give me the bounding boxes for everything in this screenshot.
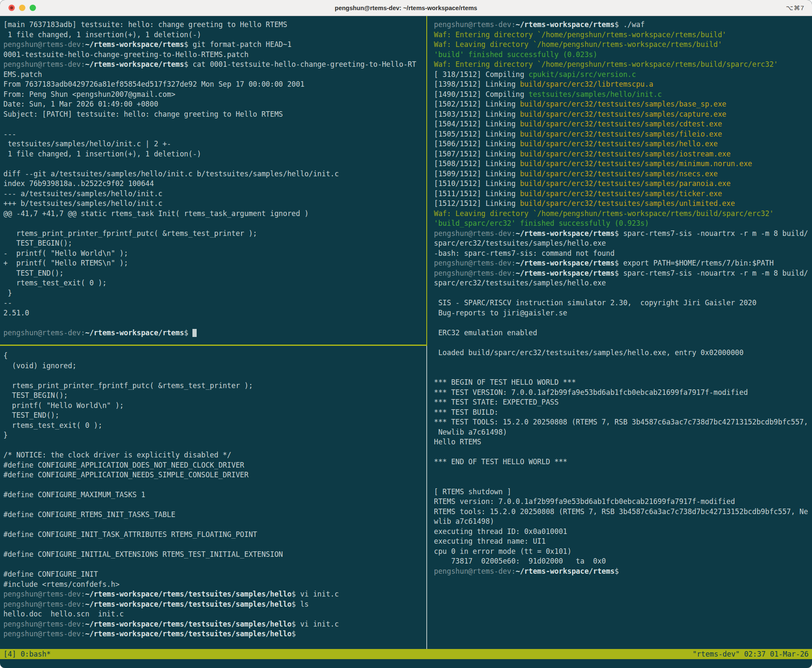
terminal-window: pengshun@rtems-dev: ~/rtems-workspace/rt… (0, 0, 812, 668)
terminal-line: pengshun@rtems-dev:~/rtems-workspace/rte… (3, 619, 426, 630)
text-segment: build/sparc/erc32/testsuites/samples/ios… (520, 150, 730, 158)
text-segment: #define CONFIGURE_RTEMS_INIT_TASKS_TABLE (3, 510, 176, 519)
terminal-line: (void) ignored; (3, 361, 426, 371)
text-segment: } (3, 431, 8, 439)
terminal-line: RTEMS version: 7.0.0.1af2b99fa9e53bd6ab1… (434, 497, 812, 507)
terminal-line (3, 520, 426, 530)
terminal-line: 1 file changed, 1 insertion(+), 1 deleti… (3, 149, 426, 159)
text-segment: build/sparc/erc32/librtemscpu.a (520, 80, 653, 88)
terminal-line: cpu 0 in error mode (tt = 0x101) (434, 547, 812, 557)
tmux-status-right: "rtems-dev" 02:37 01-Mar-26 (692, 649, 809, 659)
terminal-line (3, 540, 426, 550)
text-segment: diff --git a/testsuites/samples/hello/in… (3, 170, 339, 178)
terminal-line: #define CONFIGURE_MAXIMUM_TASKS 1 (3, 490, 426, 500)
text-segment: #define CONFIGURE_INIT (3, 570, 98, 578)
text-segment: #include <rtems/confdefs.h> (3, 580, 120, 589)
text-segment: [1508/1512] Linking (434, 159, 520, 168)
text-segment: [1506/1512] Linking (434, 140, 520, 148)
text-segment: /* NOTICE: the clock driver is explicitl… (3, 451, 231, 459)
terminal-line: TEST_BEGIN(); (3, 238, 426, 249)
text-segment: build/sparc/erc32/testsuites/samples/par… (520, 179, 730, 188)
text-segment: $ (291, 630, 300, 638)
text-segment: ~/rtems-workspace/rtems/testsuites/sampl… (85, 620, 291, 628)
text-segment: 1 file changed, 1 insertion(+), 1 deleti… (3, 30, 201, 39)
text-segment: From 7637183adb0429726a81ef85854ed517f32… (3, 80, 304, 88)
text-segment: EMS.patch (3, 70, 42, 79)
terminal-line: { (3, 351, 426, 361)
terminal-line (3, 219, 426, 229)
terminal-line: 0001-testsuite-hello-change-greeting-to-… (3, 50, 426, 60)
terminal-line: testsuites/samples/hello/init.c | 2 +- (3, 139, 426, 149)
text-segment: build/sparc/erc32/testsuites/samples/bas… (520, 100, 726, 108)
text-segment: ls (300, 600, 309, 608)
terminal-line: Newlib a7c61498) (434, 427, 812, 438)
text-segment: pengshun@rtems-dev: (434, 229, 516, 238)
text-segment: #define CONFIGURE_MAXIMUM_TASKS 1 (3, 490, 145, 499)
terminal-line: rtems_test_exit( 0 ); (3, 421, 426, 431)
text-segment: #define CONFIGURE_APPLICATION_DOES_NOT_N… (3, 461, 244, 469)
terminal-line (434, 358, 812, 368)
terminal-line: [ RTEMS shutdown ] (434, 487, 812, 497)
text-segment: cpukit/sapi/src/version.c (529, 70, 636, 79)
text-segment: executing thread ID: 0x0a010001 (434, 527, 567, 536)
pane-top-left[interactable]: [main 7637183adb] testsuite: hello: chan… (0, 16, 426, 345)
terminal-line: pengshun@rtems-dev:~/rtems-workspace/rte… (3, 600, 426, 610)
minimize-button[interactable] (19, 5, 25, 11)
terminal-line: *** TEST TOOLS: 15.2.0 20250808 (RTEMS 7… (434, 417, 812, 427)
tmux-window-list[interactable]: [4] 0:bash* (3, 649, 51, 659)
terminal-line (3, 119, 426, 129)
text-segment: sparc-rtems7-sis -nouartrx -r m -m 8 bui… (623, 229, 808, 238)
terminal-line: From 7637183adb0429726a81ef85854ed517f32… (3, 79, 426, 90)
terminal-line: index 76b939818a..b2522c9f02 100644 (3, 179, 426, 189)
text-segment: [1512/1512] Linking (434, 199, 520, 208)
terminal-line: Hello RTEMS (434, 437, 812, 447)
pane-right[interactable]: pengshun@rtems-dev:~/rtems-workspace/rte… (427, 16, 812, 649)
terminal-line: pengshun@rtems-dev:~/rtems-workspace/rte… (434, 567, 812, 577)
terminal-line (3, 441, 426, 451)
terminal-area: [main 7637183adb] testsuite: hello: chan… (0, 16, 812, 668)
text-segment: [1505/1512] Linking (434, 130, 520, 138)
text-segment: wlib a7c61498) (434, 517, 494, 526)
text-segment: [1502/1512] Linking (434, 100, 520, 108)
terminal-line: #define CONFIGURE_APPLICATION_DOES_NOT_N… (3, 460, 426, 471)
text-segment: $ (614, 269, 623, 277)
close-button[interactable] (8, 5, 15, 11)
text-segment: 2.51.0 (3, 309, 29, 317)
text-segment: } (3, 289, 12, 297)
text-segment: ~/rtems-workspace/rtems (516, 567, 614, 575)
text-segment: + printf( "Hello RTEMS\n" ); (3, 259, 128, 267)
text-segment: ~/rtems-workspace/rtems (516, 269, 614, 277)
pane-bottom-left[interactable]: { (void) ignored; rtems_print_printer_fp… (0, 346, 426, 649)
text-segment: $ (184, 40, 192, 49)
window-shortcut-badge: ⌥⌘7 (786, 4, 804, 12)
terminal-line: } (3, 430, 426, 441)
terminal-line (434, 318, 812, 328)
terminal-line: --- (3, 129, 426, 140)
terminal-line: executing thread ID: 0x0a010001 (434, 527, 812, 537)
pane-divider-vertical-inactive[interactable] (426, 346, 427, 649)
text-segment: pengshun@rtems-dev: (434, 567, 516, 575)
terminal-line: [ 318/1512] Compiling cpukit/sapi/src/ve… (434, 70, 812, 80)
titlebar: pengshun@rtems-dev: ~/rtems-workspace/rt… (0, 0, 812, 16)
terminal-line: - printf( "Hello World\n" ); (3, 249, 426, 259)
text-segment: [1509/1512] Linking (434, 170, 520, 178)
terminal-line: *** TEST BUILD: (434, 408, 812, 418)
pane-divider-vertical-active[interactable] (426, 16, 427, 345)
terminal-line: pengshun@rtems-dev:~/rtems-workspace/rte… (3, 629, 426, 639)
text-segment: build/sparc/erc32/testsuites/samples/fil… (520, 130, 722, 138)
terminal-line: SIS - SPARC/RISCV instruction simulator … (434, 298, 812, 308)
terminal-line: [1509/1512] Linking build/sparc/erc32/te… (434, 169, 812, 179)
terminal-line: --- a/testsuites/samples/hello/init.c (3, 189, 426, 199)
maximize-button[interactable] (30, 5, 36, 11)
text-segment: RTEMS version: 7.0.0.1af2b99fa9e53bd6ab1… (434, 497, 735, 506)
terminal-line: [1511/1512] Linking build/sparc/erc32/te… (434, 189, 812, 199)
terminal-line: [1503/1512] Linking build/sparc/erc32/te… (434, 110, 812, 120)
pane-divider-horizontal[interactable] (0, 345, 427, 346)
terminal-line: Subject: [PATCH] testsuite: hello: chang… (3, 110, 426, 120)
text-segment: $ (184, 329, 192, 337)
terminal-line: EMS.patch (3, 70, 426, 80)
text-segment: [1511/1512] Linking (434, 189, 520, 198)
text-segment: 73817 02005e60: 91d02000 ta 0x0 (434, 557, 606, 565)
terminal-line: -- (3, 298, 426, 308)
text-segment: *** TEST STATE: EXPECTED_PASS (434, 398, 559, 406)
